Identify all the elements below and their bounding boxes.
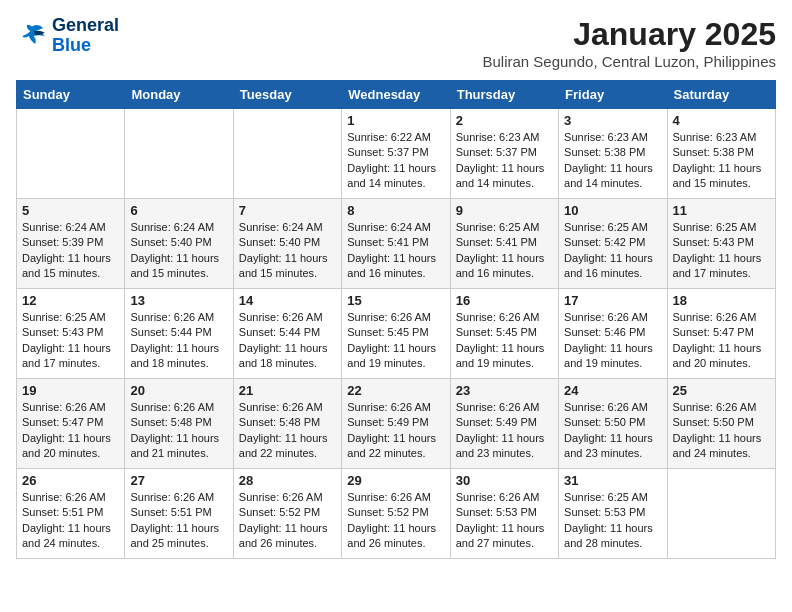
logo: General Blue [16, 16, 119, 56]
col-header-wednesday: Wednesday [342, 81, 450, 109]
day-info: Sunrise: 6:23 AM Sunset: 5:38 PM Dayligh… [564, 130, 661, 192]
calendar-cell: 17 Sunrise: 6:26 AM Sunset: 5:46 PM Dayl… [559, 289, 667, 379]
calendar-cell [125, 109, 233, 199]
page-header: General Blue January 2025 Buliran Segund… [16, 16, 776, 70]
day-number: 27 [130, 473, 227, 488]
day-info: Sunrise: 6:26 AM Sunset: 5:45 PM Dayligh… [456, 310, 553, 372]
day-info: Sunrise: 6:26 AM Sunset: 5:51 PM Dayligh… [130, 490, 227, 552]
logo-text: General Blue [52, 16, 119, 56]
calendar-cell: 24 Sunrise: 6:26 AM Sunset: 5:50 PM Dayl… [559, 379, 667, 469]
day-info: Sunrise: 6:25 AM Sunset: 5:53 PM Dayligh… [564, 490, 661, 552]
col-header-saturday: Saturday [667, 81, 775, 109]
calendar-cell: 14 Sunrise: 6:26 AM Sunset: 5:44 PM Dayl… [233, 289, 341, 379]
day-number: 11 [673, 203, 770, 218]
day-info: Sunrise: 6:26 AM Sunset: 5:44 PM Dayligh… [239, 310, 336, 372]
calendar-week-row: 5 Sunrise: 6:24 AM Sunset: 5:39 PM Dayli… [17, 199, 776, 289]
day-number: 13 [130, 293, 227, 308]
day-info: Sunrise: 6:25 AM Sunset: 5:43 PM Dayligh… [22, 310, 119, 372]
day-number: 21 [239, 383, 336, 398]
day-number: 24 [564, 383, 661, 398]
calendar-cell [233, 109, 341, 199]
day-number: 7 [239, 203, 336, 218]
logo-icon [16, 20, 48, 52]
day-number: 3 [564, 113, 661, 128]
calendar-cell: 29 Sunrise: 6:26 AM Sunset: 5:52 PM Dayl… [342, 469, 450, 559]
day-info: Sunrise: 6:24 AM Sunset: 5:40 PM Dayligh… [239, 220, 336, 282]
title-block: January 2025 Buliran Segundo, Central Lu… [482, 16, 776, 70]
calendar-cell: 10 Sunrise: 6:25 AM Sunset: 5:42 PM Dayl… [559, 199, 667, 289]
calendar-cell: 11 Sunrise: 6:25 AM Sunset: 5:43 PM Dayl… [667, 199, 775, 289]
day-info: Sunrise: 6:25 AM Sunset: 5:42 PM Dayligh… [564, 220, 661, 282]
calendar-cell: 8 Sunrise: 6:24 AM Sunset: 5:41 PM Dayli… [342, 199, 450, 289]
calendar-cell: 7 Sunrise: 6:24 AM Sunset: 5:40 PM Dayli… [233, 199, 341, 289]
calendar-cell: 6 Sunrise: 6:24 AM Sunset: 5:40 PM Dayli… [125, 199, 233, 289]
day-number: 19 [22, 383, 119, 398]
col-header-tuesday: Tuesday [233, 81, 341, 109]
day-info: Sunrise: 6:24 AM Sunset: 5:40 PM Dayligh… [130, 220, 227, 282]
calendar-cell: 9 Sunrise: 6:25 AM Sunset: 5:41 PM Dayli… [450, 199, 558, 289]
day-number: 12 [22, 293, 119, 308]
day-info: Sunrise: 6:26 AM Sunset: 5:53 PM Dayligh… [456, 490, 553, 552]
calendar-cell: 4 Sunrise: 6:23 AM Sunset: 5:38 PM Dayli… [667, 109, 775, 199]
day-number: 2 [456, 113, 553, 128]
day-info: Sunrise: 6:24 AM Sunset: 5:41 PM Dayligh… [347, 220, 444, 282]
calendar-header-row: SundayMondayTuesdayWednesdayThursdayFrid… [17, 81, 776, 109]
calendar-week-row: 1 Sunrise: 6:22 AM Sunset: 5:37 PM Dayli… [17, 109, 776, 199]
day-number: 10 [564, 203, 661, 218]
day-info: Sunrise: 6:24 AM Sunset: 5:39 PM Dayligh… [22, 220, 119, 282]
day-info: Sunrise: 6:26 AM Sunset: 5:52 PM Dayligh… [347, 490, 444, 552]
calendar-cell: 3 Sunrise: 6:23 AM Sunset: 5:38 PM Dayli… [559, 109, 667, 199]
day-info: Sunrise: 6:25 AM Sunset: 5:43 PM Dayligh… [673, 220, 770, 282]
calendar-cell: 28 Sunrise: 6:26 AM Sunset: 5:52 PM Dayl… [233, 469, 341, 559]
day-info: Sunrise: 6:26 AM Sunset: 5:48 PM Dayligh… [130, 400, 227, 462]
day-number: 25 [673, 383, 770, 398]
month-title: January 2025 [482, 16, 776, 53]
day-info: Sunrise: 6:26 AM Sunset: 5:51 PM Dayligh… [22, 490, 119, 552]
calendar-cell: 23 Sunrise: 6:26 AM Sunset: 5:49 PM Dayl… [450, 379, 558, 469]
day-number: 23 [456, 383, 553, 398]
calendar-cell: 2 Sunrise: 6:23 AM Sunset: 5:37 PM Dayli… [450, 109, 558, 199]
day-info: Sunrise: 6:23 AM Sunset: 5:38 PM Dayligh… [673, 130, 770, 192]
calendar-cell: 30 Sunrise: 6:26 AM Sunset: 5:53 PM Dayl… [450, 469, 558, 559]
calendar-table: SundayMondayTuesdayWednesdayThursdayFrid… [16, 80, 776, 559]
day-info: Sunrise: 6:26 AM Sunset: 5:47 PM Dayligh… [673, 310, 770, 372]
calendar-week-row: 12 Sunrise: 6:25 AM Sunset: 5:43 PM Dayl… [17, 289, 776, 379]
calendar-cell: 13 Sunrise: 6:26 AM Sunset: 5:44 PM Dayl… [125, 289, 233, 379]
calendar-cell: 31 Sunrise: 6:25 AM Sunset: 5:53 PM Dayl… [559, 469, 667, 559]
location-subtitle: Buliran Segundo, Central Luzon, Philippi… [482, 53, 776, 70]
day-info: Sunrise: 6:26 AM Sunset: 5:48 PM Dayligh… [239, 400, 336, 462]
calendar-cell: 19 Sunrise: 6:26 AM Sunset: 5:47 PM Dayl… [17, 379, 125, 469]
calendar-week-row: 19 Sunrise: 6:26 AM Sunset: 5:47 PM Dayl… [17, 379, 776, 469]
calendar-cell: 18 Sunrise: 6:26 AM Sunset: 5:47 PM Dayl… [667, 289, 775, 379]
day-info: Sunrise: 6:26 AM Sunset: 5:45 PM Dayligh… [347, 310, 444, 372]
calendar-cell [17, 109, 125, 199]
day-info: Sunrise: 6:26 AM Sunset: 5:50 PM Dayligh… [673, 400, 770, 462]
day-number: 26 [22, 473, 119, 488]
calendar-cell: 20 Sunrise: 6:26 AM Sunset: 5:48 PM Dayl… [125, 379, 233, 469]
day-number: 22 [347, 383, 444, 398]
day-number: 14 [239, 293, 336, 308]
calendar-cell: 12 Sunrise: 6:25 AM Sunset: 5:43 PM Dayl… [17, 289, 125, 379]
col-header-sunday: Sunday [17, 81, 125, 109]
calendar-week-row: 26 Sunrise: 6:26 AM Sunset: 5:51 PM Dayl… [17, 469, 776, 559]
col-header-thursday: Thursday [450, 81, 558, 109]
day-info: Sunrise: 6:26 AM Sunset: 5:50 PM Dayligh… [564, 400, 661, 462]
day-info: Sunrise: 6:26 AM Sunset: 5:52 PM Dayligh… [239, 490, 336, 552]
day-info: Sunrise: 6:26 AM Sunset: 5:44 PM Dayligh… [130, 310, 227, 372]
col-header-friday: Friday [559, 81, 667, 109]
calendar-cell: 1 Sunrise: 6:22 AM Sunset: 5:37 PM Dayli… [342, 109, 450, 199]
calendar-cell: 16 Sunrise: 6:26 AM Sunset: 5:45 PM Dayl… [450, 289, 558, 379]
day-number: 5 [22, 203, 119, 218]
calendar-cell: 21 Sunrise: 6:26 AM Sunset: 5:48 PM Dayl… [233, 379, 341, 469]
calendar-cell: 26 Sunrise: 6:26 AM Sunset: 5:51 PM Dayl… [17, 469, 125, 559]
day-number: 9 [456, 203, 553, 218]
day-info: Sunrise: 6:25 AM Sunset: 5:41 PM Dayligh… [456, 220, 553, 282]
calendar-cell: 22 Sunrise: 6:26 AM Sunset: 5:49 PM Dayl… [342, 379, 450, 469]
day-number: 8 [347, 203, 444, 218]
calendar-cell: 27 Sunrise: 6:26 AM Sunset: 5:51 PM Dayl… [125, 469, 233, 559]
day-number: 30 [456, 473, 553, 488]
calendar-cell: 5 Sunrise: 6:24 AM Sunset: 5:39 PM Dayli… [17, 199, 125, 289]
day-info: Sunrise: 6:26 AM Sunset: 5:49 PM Dayligh… [456, 400, 553, 462]
day-number: 31 [564, 473, 661, 488]
day-info: Sunrise: 6:23 AM Sunset: 5:37 PM Dayligh… [456, 130, 553, 192]
